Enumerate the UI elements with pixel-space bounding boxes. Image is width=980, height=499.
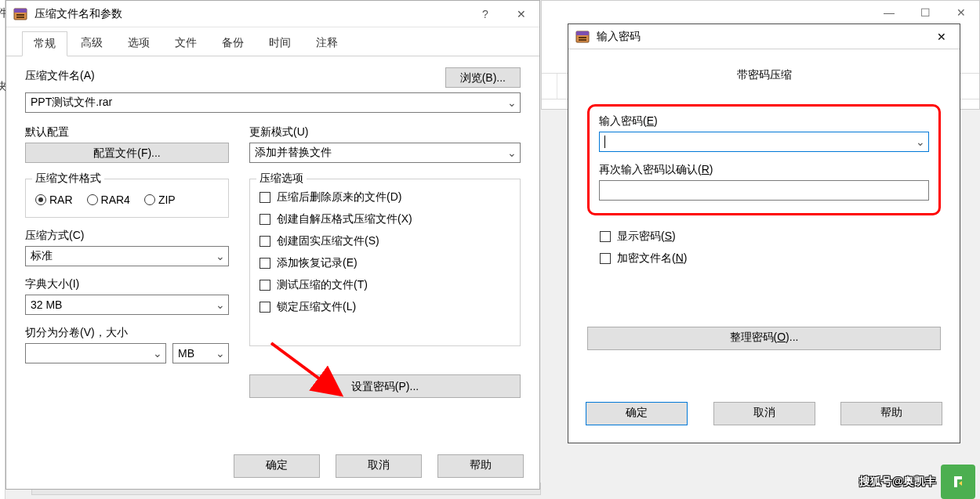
svg-rect-2 xyxy=(16,14,24,16)
svg-rect-8 xyxy=(579,39,586,41)
option-label: 创建自解压格式压缩文件(X) xyxy=(277,212,412,226)
option-sfx[interactable]: 创建自解压格式压缩文件(X) xyxy=(260,212,510,226)
tab-files[interactable]: 文件 xyxy=(163,31,209,56)
tab-backup[interactable]: 备份 xyxy=(210,31,256,56)
button-label: 帮助 xyxy=(880,406,902,418)
minimize-icon[interactable]: — xyxy=(871,1,907,24)
watermark: 搜狐号@奥凯丰 xyxy=(859,465,975,499)
format-radio-rar4[interactable]: RAR4 xyxy=(87,193,130,206)
tab-options[interactable]: 选项 xyxy=(116,31,162,56)
reenter-password-label: 再次输入密码以确认(R) xyxy=(599,163,929,177)
dict-combo[interactable]: 32 MB ⌄ xyxy=(25,295,229,315)
format-group-title: 压缩文件格式 xyxy=(32,172,104,186)
tab-bar: 常规 高级 选项 文件 备份 时间 注释 xyxy=(6,27,539,56)
archive-name-label: 压缩文件名(A) xyxy=(25,69,95,83)
method-combo[interactable]: 标准 ⌄ xyxy=(25,246,229,266)
format-radio-rar[interactable]: RAR xyxy=(35,193,73,206)
password-content: 带密码压缩 输入密码(E) ⌄ 再次输入密码以确认(R) 显示密码(S) 加密文… xyxy=(568,49,960,358)
option-test[interactable]: 测试压缩的文件(T) xyxy=(260,278,510,292)
password-dialog: 输入密码 ✕ 带密码压缩 输入密码(E) ⌄ 再次输入密码以确认(R) 显示密码… xyxy=(568,24,960,443)
option-recovery[interactable]: 添加恢复记录(E) xyxy=(260,256,510,270)
svg-rect-1 xyxy=(14,9,27,13)
titlebar-close-button[interactable]: ✕ xyxy=(924,31,960,43)
organize-passwords-button[interactable]: 整理密码(O)... xyxy=(587,327,941,350)
password-titlebar: 输入密码 ✕ xyxy=(568,24,960,49)
chevron-down-icon: ⌄ xyxy=(504,146,520,159)
reenter-password-input[interactable] xyxy=(599,180,929,201)
archive-name-combo[interactable]: PPT测试文件.rar ⌄ xyxy=(25,92,521,113)
option-lock[interactable]: 锁定压缩文件(L) xyxy=(260,300,510,314)
button-label: 确定 xyxy=(626,406,648,418)
option-label: 压缩后删除原来的文件(D) xyxy=(277,190,401,204)
radio-icon xyxy=(35,194,46,205)
split-unit-value: MB xyxy=(178,347,194,360)
split-size-combo[interactable]: ⌄ xyxy=(25,343,166,363)
checkbox-icon xyxy=(260,302,270,313)
tab-label: 常规 xyxy=(34,37,56,49)
chevron-down-icon: ⌄ xyxy=(150,347,165,360)
ok-button[interactable]: 确定 xyxy=(234,454,320,478)
archive-name-value: PPT测试文件.rar xyxy=(31,96,112,110)
option-label: 测试压缩的文件(T) xyxy=(277,278,368,292)
tab-comment[interactable]: 注释 xyxy=(304,31,350,56)
tab-general[interactable]: 常规 xyxy=(22,31,67,56)
update-mode-combo[interactable]: 添加并替换文件 ⌄ xyxy=(249,143,521,163)
split-unit-combo[interactable]: MB ⌄ xyxy=(172,343,229,363)
update-mode-value: 添加并替换文件 xyxy=(255,146,332,160)
ok-button[interactable]: 确定 xyxy=(586,402,688,425)
encrypt-filenames-checkbox[interactable]: 加密文件名(N) xyxy=(600,251,941,266)
dialog-content: 压缩文件名(A) 浏览(B)... PPT测试文件.rar ⌄ 默认配置 配置文… xyxy=(6,56,539,414)
dict-label: 字典大小(I) xyxy=(25,277,229,291)
profile-button[interactable]: 配置文件(F)... xyxy=(25,143,229,163)
default-profile-label: 默认配置 xyxy=(25,125,229,139)
update-mode-label: 更新模式(U) xyxy=(249,125,521,139)
method-value: 标准 xyxy=(31,249,53,263)
watermark-text: 搜狐号@奥凯丰 xyxy=(859,475,936,489)
tab-label: 选项 xyxy=(128,36,150,49)
checkbox-icon xyxy=(600,231,611,242)
checkbox-icon xyxy=(260,236,270,247)
button-label: 配置文件(F)... xyxy=(93,146,161,159)
svg-rect-7 xyxy=(579,37,586,38)
options-group-title: 压缩选项 xyxy=(256,172,307,186)
browse-button[interactable]: 浏览(B)... xyxy=(445,67,521,88)
radio-icon xyxy=(87,194,98,205)
titlebar-close-button[interactable]: ✕ xyxy=(503,1,539,27)
show-password-checkbox[interactable]: 显示密码(S) xyxy=(600,230,941,244)
tab-time[interactable]: 时间 xyxy=(257,31,303,56)
archive-dialog: 压缩文件名和参数 ? ✕ 常规 高级 选项 文件 备份 时间 注释 压缩文件名(… xyxy=(5,0,540,490)
checkbox-icon xyxy=(260,258,270,269)
titlebar-help-button[interactable]: ? xyxy=(467,1,503,27)
maximize-icon[interactable]: ☐ xyxy=(907,1,943,24)
button-label: 设置密码(P)... xyxy=(351,380,419,392)
cancel-button[interactable]: 取消 xyxy=(713,402,815,425)
format-group: 压缩文件格式 RAR RAR4 ZIP xyxy=(25,179,229,218)
tab-label: 高级 xyxy=(81,36,103,49)
option-label: 添加恢复记录(E) xyxy=(277,256,358,270)
tab-label: 备份 xyxy=(222,36,244,49)
text-cursor xyxy=(604,136,605,148)
set-password-button[interactable]: 设置密码(P)... xyxy=(249,374,521,398)
button-label: 整理密码(O)... xyxy=(730,331,799,343)
svg-rect-9 xyxy=(949,473,967,490)
tab-advanced[interactable]: 高级 xyxy=(69,31,114,56)
checkbox-label: 显示密码(S) xyxy=(617,230,676,244)
chevron-down-icon: ⌄ xyxy=(212,250,228,262)
enter-password-input[interactable]: ⌄ xyxy=(599,132,929,152)
winrar-icon xyxy=(575,29,590,45)
button-label: 取消 xyxy=(753,406,775,418)
option-solid[interactable]: 创建固实压缩文件(S) xyxy=(260,234,510,248)
radio-label: RAR xyxy=(49,193,73,206)
help-button[interactable]: 帮助 xyxy=(840,402,942,425)
option-label: 锁定压缩文件(L) xyxy=(277,300,356,314)
option-delete-after[interactable]: 压缩后删除原来的文件(D) xyxy=(260,190,510,204)
format-radio-zip[interactable]: ZIP xyxy=(144,193,176,206)
method-label: 压缩方式(C) xyxy=(25,229,229,243)
checkbox-label: 加密文件名(N) xyxy=(617,251,687,266)
cancel-button[interactable]: 取消 xyxy=(336,454,422,478)
button-label: 取消 xyxy=(368,458,390,471)
background-app-fragment: 件 夹 xyxy=(0,0,5,499)
close-icon[interactable]: ✕ xyxy=(943,1,979,24)
help-button[interactable]: 帮助 xyxy=(437,454,524,478)
button-label: 帮助 xyxy=(470,458,492,471)
